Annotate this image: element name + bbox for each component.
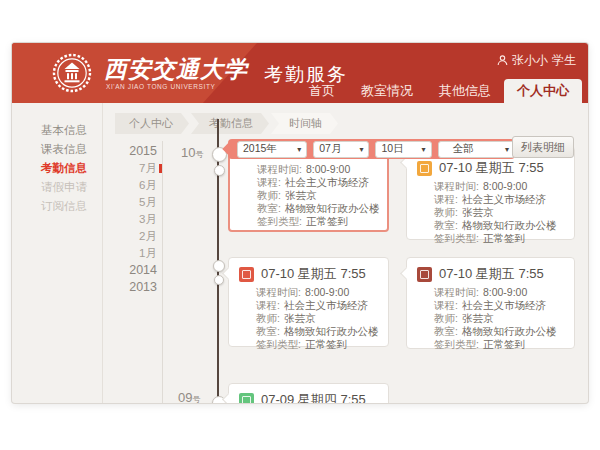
card-title-row: 07-10 星期五 7:55 <box>417 159 574 177</box>
axis-year[interactable]: 2015 <box>112 143 157 160</box>
attendance-stamp-icon <box>417 267 432 282</box>
attendance-app-window: 西安交通大学 XI'AN JIAO TONG UNIVERSITY 考勤服务 张… <box>12 43 588 403</box>
breadcrumb: 个人中心 考勤信息 时间轴 <box>115 113 340 134</box>
sidebar: 基本信息 课表信息 考勤信息 请假申请 订阅信息 <box>12 103 103 403</box>
chevron-down-icon: ▾ <box>422 145 426 154</box>
university-name-cn: 西安交通大学 <box>104 54 248 85</box>
day-select[interactable]: 10日▾ <box>375 141 431 158</box>
user-name: 张小小 <box>512 52 548 69</box>
sidebar-item-basic-info[interactable]: 基本信息 <box>41 124 87 136</box>
chevron-down-icon: ▾ <box>359 145 363 154</box>
card-title-row: 07-09 星期四 7:55 <box>239 391 388 403</box>
timeline-month-list: 2015 7月 6月 5月 3月 2月 1月 2014 2013 <box>112 143 157 296</box>
axis-month[interactable]: 5月 <box>112 194 157 211</box>
timeline-node[interactable] <box>214 275 224 285</box>
card-fields: 课程时间:8:00-9:00 课程:社会主义市场经济 教师:张芸京 教室:格物致… <box>434 286 574 351</box>
day-marker-09: 09号 <box>178 390 200 403</box>
card-fields: 课程时间:8:00-9:00 课程:社会主义市场经济 教师:张芸京 教室:格物致… <box>257 163 387 228</box>
card-title: 07-09 星期四 7:55 <box>261 391 366 403</box>
card-title: 07-10 星期五 7:55 <box>439 159 544 177</box>
day-marker-10: 10号 <box>181 145 203 160</box>
card-title: 07-10 星期五 7:55 <box>261 265 366 283</box>
attendance-card-clipped[interactable]: 07-09 星期四 7:55 <box>228 383 389 403</box>
app-header: 西安交通大学 XI'AN JIAO TONG UNIVERSITY 考勤服务 张… <box>12 43 588 103</box>
card-fields: 课程时间:8:00-9:00 课程:社会主义市场经济 教师:张芸京 教室:格物致… <box>256 286 388 351</box>
axis-year[interactable]: 2014 <box>112 262 157 279</box>
date-filter-bar: 2015年▾ 07月▾ 10日▾ 全部▾ <box>228 139 515 159</box>
axis-month[interactable]: 6月 <box>112 177 157 194</box>
month-select[interactable]: 07月▾ <box>313 141 369 158</box>
person-icon <box>497 55 508 66</box>
attendance-stamp-icon <box>239 267 254 282</box>
axis-month[interactable]: 1月 <box>112 245 157 262</box>
month-axis-divider <box>162 141 163 403</box>
nav-personal-center[interactable]: 个人中心 <box>504 79 582 103</box>
sidebar-item-leave-request[interactable]: 请假申请 <box>41 181 87 193</box>
screen: 西安交通大学 XI'AN JIAO TONG UNIVERSITY 考勤服务 张… <box>0 0 600 450</box>
timeline-node[interactable] <box>214 165 225 176</box>
attendance-stamp-icon <box>239 393 254 404</box>
card-title-row: 07-10 星期五 7:55 <box>417 265 574 283</box>
card-fields: 课程时间:8:00-9:00 课程:社会主义市场经济 教师:张芸京 教室:格物致… <box>434 180 574 245</box>
chevron-down-icon: ▾ <box>297 145 301 154</box>
user-account[interactable]: 张小小 学生 <box>497 52 576 69</box>
nav-home[interactable]: 首页 <box>296 79 348 103</box>
user-role: 学生 <box>552 52 576 69</box>
sidebar-item-timetable[interactable]: 课表信息 <box>41 143 87 155</box>
card-title: 07-10 星期五 7:55 <box>439 265 544 283</box>
axis-year[interactable]: 2013 <box>112 279 157 296</box>
sidebar-item-subscription[interactable]: 订阅信息 <box>41 200 87 212</box>
sidebar-item-attendance[interactable]: 考勤信息 <box>41 162 87 174</box>
attendance-card[interactable]: 07-10 星期五 7:55 课程时间:8:00-9:00 课程:社会主义市场经… <box>406 146 575 240</box>
current-month-marker <box>159 164 162 173</box>
year-select[interactable]: 2015年▾ <box>237 141 307 158</box>
nav-other-info[interactable]: 其他信息 <box>426 79 504 103</box>
breadcrumb-attendance-info[interactable]: 考勤信息 <box>191 113 269 134</box>
type-select[interactable]: 全部▾ <box>438 141 515 158</box>
axis-month[interactable]: 3月 <box>112 211 157 228</box>
chevron-down-icon: ▾ <box>505 145 509 154</box>
attendance-card[interactable]: 07-10 星期五 7:55 课程时间:8:00-9:00 课程:社会主义市场经… <box>228 257 389 347</box>
axis-month[interactable]: 2月 <box>112 228 157 245</box>
nav-classrooms[interactable]: 教室情况 <box>348 79 426 103</box>
university-name-en: XI'AN JIAO TONG UNIVERSITY <box>106 83 215 90</box>
timeline-node[interactable] <box>213 260 225 272</box>
attendance-card[interactable]: 07-10 星期五 7:55 课程时间:8:00-9:00 课程:社会主义市场经… <box>406 257 575 349</box>
attendance-stamp-icon <box>417 161 432 176</box>
list-detail-button[interactable]: 列表明细 <box>512 136 574 158</box>
breadcrumb-personal-center[interactable]: 个人中心 <box>115 113 189 134</box>
axis-month[interactable]: 7月 <box>112 160 157 177</box>
card-title-row: 07-10 星期五 7:55 <box>239 265 388 283</box>
university-logo-icon <box>52 53 92 93</box>
top-nav: 首页 教室情况 其他信息 个人中心 <box>296 79 582 103</box>
breadcrumb-timeline[interactable]: 时间轴 <box>271 113 338 134</box>
